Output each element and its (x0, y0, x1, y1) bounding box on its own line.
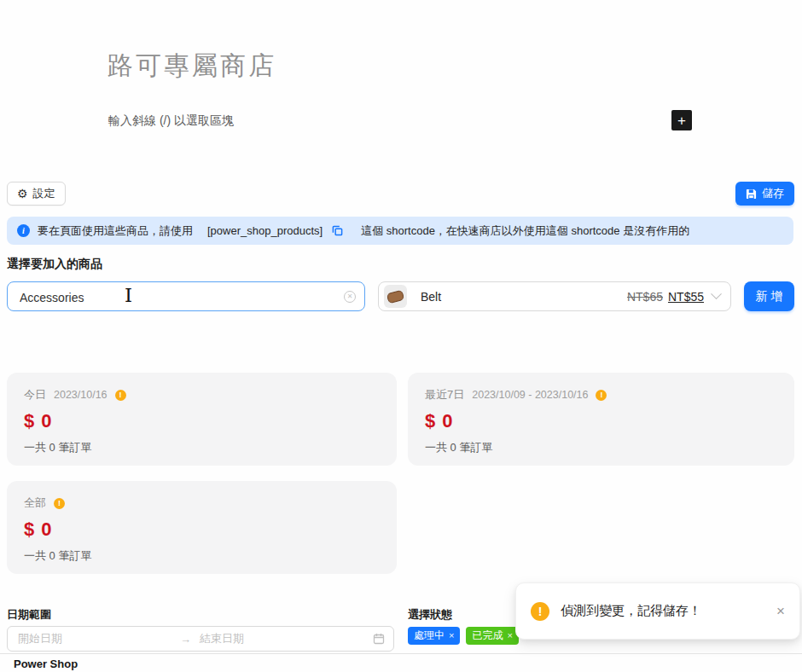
copy-icon[interactable] (332, 225, 343, 236)
gear-icon: ⚙ (17, 188, 28, 200)
product-prices: NT$65 NT$55 (627, 290, 720, 304)
settings-button-label: 設定 (33, 186, 55, 201)
close-icon[interactable]: × (449, 631, 454, 640)
info-icon: i (17, 224, 30, 237)
add-product-label: 新 增 (756, 289, 783, 304)
status-tag-processing[interactable]: 處理中 × (408, 627, 460, 645)
page-title[interactable]: 路可專屬商店 (108, 49, 276, 84)
arrow-right-icon: → (180, 633, 191, 646)
status-tags: 處理中 × 已完成 × (408, 627, 519, 645)
stat-label: 最近7日 (425, 387, 464, 403)
settings-button[interactable]: ⚙ 設定 (7, 182, 66, 206)
stat-date-range: 2023/10/16 (54, 389, 108, 401)
product-name: Belt (421, 290, 441, 304)
price-sale: NT$55 (668, 290, 704, 304)
date-range-label: 日期範圍 (7, 607, 51, 623)
footer-divider (0, 653, 802, 654)
clear-search-icon[interactable]: ✕ (344, 291, 356, 303)
stats-card-today: 今日 2023/10/16 ! $ 0 一共 0 筆訂單 (7, 373, 397, 466)
belt-image (386, 289, 404, 304)
close-icon[interactable]: × (507, 631, 512, 640)
status-filter-label: 選擇狀態 (408, 607, 452, 623)
stat-amount: $ 0 (24, 518, 380, 541)
tag-label: 已完成 (472, 629, 503, 643)
shortcode-info-banner: i 要在頁面使用這些商品，請使用 [power_shop_products] 這… (7, 217, 793, 245)
save-icon (746, 188, 757, 200)
stats-card-last7days: 最近7日 2023/10/09 - 2023/10/16 ! $ 0 一共 0 … (408, 373, 794, 466)
footer-brand: Power Shop (14, 658, 78, 670)
stat-label: 全部 (24, 495, 46, 511)
stat-order-count: 一共 0 筆訂單 (24, 548, 380, 564)
plus-icon: + (677, 113, 686, 128)
product-picker-heading: 選擇要加入的商品 (7, 257, 102, 272)
product-search-box (7, 281, 365, 311)
banner-text-before: 要在頁面使用這些商品，請使用 (38, 223, 193, 239)
stats-card-all: 全部 ! $ 0 一共 0 筆訂單 (7, 481, 397, 574)
toast-message: 偵測到變更，記得儲存！ (561, 603, 701, 619)
chevron-down-icon (711, 288, 722, 299)
product-search-input[interactable] (18, 282, 337, 312)
product-select-dropdown[interactable]: Belt NT$65 NT$55 (378, 281, 731, 311)
banner-text-after: 這個 shortcode，在快速商店以外使用這個 shortcode 是沒有作用… (361, 223, 689, 239)
price-original: NT$65 (627, 290, 663, 304)
add-product-button[interactable]: 新 增 (744, 281, 794, 311)
save-button[interactable]: 儲存 (735, 182, 794, 206)
shortcode-text: [power_shop_products] (207, 224, 323, 237)
save-button-label: 儲存 (762, 186, 784, 201)
warning-icon: ! (54, 498, 65, 509)
close-icon[interactable]: × (776, 604, 785, 618)
date-range-picker[interactable]: 開始日期 → 結束日期 (7, 626, 394, 652)
stat-order-count: 一共 0 筆訂單 (24, 440, 380, 455)
block-placeholder-text[interactable]: 輸入斜線 (/) 以選取區塊 (108, 113, 234, 129)
warning-icon: ! (596, 390, 607, 401)
stat-order-count: 一共 0 筆訂單 (425, 440, 777, 455)
product-thumbnail (384, 285, 407, 308)
stat-date-range: 2023/10/09 - 2023/10/16 (472, 389, 588, 401)
tag-label: 處理中 (414, 629, 445, 643)
stat-amount: $ 0 (425, 410, 777, 432)
start-date-input[interactable]: 開始日期 (18, 631, 180, 646)
warning-icon: ! (531, 602, 549, 621)
warning-icon: ! (115, 390, 126, 401)
stat-label: 今日 (24, 387, 46, 403)
unsaved-changes-toast: ! 偵測到變更，記得儲存！ × (515, 582, 800, 640)
end-date-input[interactable]: 結束日期 (200, 631, 373, 646)
status-tag-completed[interactable]: 已完成 × (466, 627, 518, 645)
page-editor: 路可專屬商店 輸入斜線 (/) 以選取區塊 + ⚙ 設定 儲存 i 要在頁面使用… (0, 0, 802, 672)
stat-amount: $ 0 (24, 410, 380, 432)
calendar-icon (373, 633, 385, 645)
add-block-button[interactable]: + (671, 110, 692, 130)
